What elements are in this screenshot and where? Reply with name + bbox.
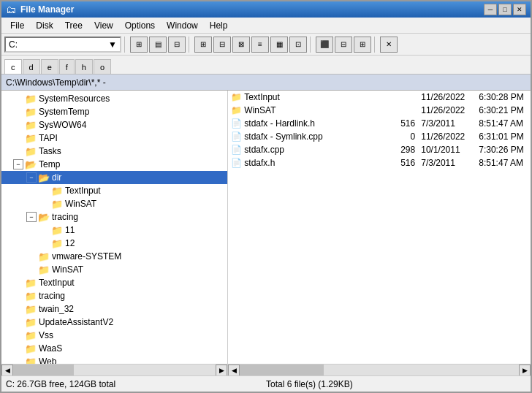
tree-item-tracing2[interactable]: 📁 tracing (1, 289, 227, 302)
drive-tab-d[interactable]: d (23, 59, 40, 74)
file-icon: 📄 (231, 158, 242, 168)
tree-item-tapi[interactable]: 📁 TAPI (1, 131, 227, 145)
toolbar-btn-paste[interactable]: ▤ (149, 37, 167, 53)
drive-dropdown-arrow[interactable]: ▼ (108, 39, 117, 50)
tree-item-vss[interactable]: 📁 Vss (1, 329, 227, 342)
folder-icon-web: 📁 (25, 356, 37, 365)
folder-icon-winsat-temp: 📁 (38, 264, 50, 275)
tree-item-waas[interactable]: 📁 WaaS (1, 342, 227, 355)
minimize-button[interactable]: ─ (484, 4, 497, 15)
expand-btn-tracing[interactable]: − (26, 212, 37, 222)
table-row[interactable]: 📄 stdafx - Symlink.cpp 0 11/26/2022 6:31… (228, 130, 531, 143)
folder-icon-textinput: 📁 (25, 278, 37, 289)
tree-item-web[interactable]: 📁 Web (1, 355, 227, 364)
toolbar-btn-3[interactable]: ⊠ (232, 37, 250, 53)
toolbar-btn-4[interactable]: ≡ (251, 37, 269, 53)
file-type-cell (350, 117, 390, 130)
file-name-cell: 📄 stdafx - Hardlink.h (228, 117, 350, 130)
tree-item-dir[interactable]: − 📂 dir (1, 171, 227, 184)
table-row[interactable]: 📁 TextInput 11/26/2022 6:30:28 PM (228, 91, 531, 104)
tree-scroll-thumb[interactable] (13, 365, 74, 375)
main-window: 🗂 File Manager ─ □ ✕ File Disk Tree View… (0, 0, 532, 393)
drive-tab-h[interactable]: h (75, 59, 93, 74)
tree-label-tracing: tracing (52, 212, 78, 222)
table-row[interactable]: 📁 WinSAT 11/26/2022 6:30:21 PM (228, 104, 531, 117)
folder-icon-temp: 📂 (25, 159, 37, 170)
file-type-cell (350, 130, 390, 143)
menu-help[interactable]: Help (204, 19, 234, 32)
file-scroll-right-btn[interactable]: ▶ (519, 365, 531, 376)
folder-icon-tapi: 📁 (25, 133, 37, 144)
menu-options[interactable]: Options (119, 19, 161, 32)
toolbar-btn-10[interactable]: ✕ (380, 37, 398, 53)
folder-icon-vss: 📁 (25, 330, 37, 341)
file-scrollbar[interactable]: ◀ ▶ (228, 365, 531, 375)
tree-scroll-right-btn[interactable]: ▶ (216, 365, 227, 376)
close-button[interactable]: ✕ (513, 4, 526, 15)
tree-item-tasks[interactable]: 📁 Tasks (1, 145, 227, 158)
menu-view[interactable]: View (88, 19, 119, 32)
tree-label-tapi: TAPI (39, 133, 58, 143)
menu-file[interactable]: File (4, 19, 30, 32)
file-pane[interactable]: 📁 TextInput 11/26/2022 6:30:28 PM 📁 WinS… (228, 91, 531, 364)
drive-selector: C: ▼ (4, 37, 121, 53)
folder-icon-tasks: 📁 (25, 146, 37, 157)
file-type-cell (350, 104, 390, 117)
tree-item-updateassistant[interactable]: 📁 UpdateAssistantV2 (1, 316, 227, 329)
drive-tab-c[interactable]: c (4, 59, 22, 74)
tree-scroll-left-btn[interactable]: ◀ (1, 365, 13, 376)
tree-label-waas: WaaS (39, 343, 62, 354)
table-row[interactable]: 📄 stdafx - Hardlink.h 516 7/3/2011 8:51:… (228, 117, 531, 130)
tree-item-systemresources[interactable]: 📁 SystemResources (1, 92, 227, 105)
toolbar-btn-1[interactable]: ⊞ (194, 37, 212, 53)
menu-disk[interactable]: Disk (30, 19, 58, 32)
tree-item-vmware[interactable]: 📁 vmware-SYSTEM (1, 250, 227, 263)
table-row[interactable]: 📄 stdafx.cpp 298 10/1/2011 7:30:26 PM (228, 143, 531, 156)
tree-item-textinput[interactable]: 📁 TextInput (1, 276, 227, 289)
table-row[interactable]: 📄 stdafx.h 516 7/3/2011 8:51:47 AM (228, 156, 531, 169)
tree-label-twain32: twain_32 (39, 304, 74, 314)
tree-item-eleven[interactable]: 📁 11 (1, 224, 227, 237)
tree-item-twelve[interactable]: 📁 12 (1, 237, 227, 250)
drive-tab-e[interactable]: e (41, 59, 58, 74)
drive-tab-f[interactable]: f (59, 59, 75, 74)
tree-item-syswow64[interactable]: 📁 SysWOW64 (1, 118, 227, 131)
toolbar-btn-delete[interactable]: ⊟ (168, 37, 186, 53)
file-type-cell (350, 91, 390, 104)
file-scroll-left-btn[interactable]: ◀ (228, 365, 240, 376)
tree-item-winsat-temp[interactable]: 📁 WinSAT (1, 263, 227, 276)
tree-item-tracing[interactable]: − 📂 tracing (1, 210, 227, 224)
tree-item-systemtemp[interactable]: 📁 SystemTemp (1, 105, 227, 118)
toolbar-btn-7[interactable]: ⬛ (316, 37, 333, 53)
toolbar-btn-6[interactable]: ⊡ (289, 37, 307, 53)
toolbar-btn-5[interactable]: ▦ (270, 37, 288, 53)
tree-item-winsat-sub[interactable]: 📁 WinSAT (1, 197, 227, 210)
tree-scrollbar[interactable]: ◀ ▶ (1, 365, 228, 375)
toolbar-btn-copy[interactable]: ⊞ (130, 37, 148, 53)
menu-window[interactable]: Window (161, 19, 204, 32)
window-controls: ─ □ ✕ (484, 4, 526, 15)
expand-btn-temp[interactable]: − (13, 159, 23, 169)
file-date-cell: 7/3/2011 (418, 117, 476, 130)
tree-item-twain32[interactable]: 📁 twain_32 (1, 302, 227, 316)
toolbar-btn-9[interactable]: ⊞ (354, 37, 371, 53)
expand-btn-dir[interactable]: − (26, 172, 37, 183)
file-scroll-thumb[interactable] (240, 365, 324, 375)
tree-label-winsat-temp: WinSAT (52, 264, 83, 275)
tree-scroll-track[interactable] (13, 365, 216, 375)
tree-label-tasks: Tasks (39, 146, 61, 156)
maximize-button[interactable]: □ (498, 4, 512, 15)
toolbar-btn-2[interactable]: ⊟ (213, 37, 231, 53)
drive-tab-o[interactable]: o (94, 59, 111, 74)
tree-item-textinput-sub[interactable]: 📁 TextInput (1, 184, 227, 197)
file-scroll-track[interactable] (240, 365, 519, 375)
drive-combo-box[interactable]: C: ▼ (4, 37, 121, 53)
file-size-cell: 0 (390, 130, 418, 143)
tree-item-temp[interactable]: − 📂 Temp (1, 158, 227, 171)
tree-label-vmware: vmware-SYSTEM (52, 251, 121, 262)
tree-pane[interactable]: 📁 SystemResources 📁 SystemTemp 📁 SysWOW6… (1, 91, 228, 364)
menu-tree[interactable]: Tree (59, 19, 88, 32)
tree-label-textinput: TextInput (39, 278, 75, 288)
folder-icon-twain32: 📁 (25, 304, 37, 315)
toolbar-btn-8[interactable]: ⊟ (335, 37, 352, 53)
